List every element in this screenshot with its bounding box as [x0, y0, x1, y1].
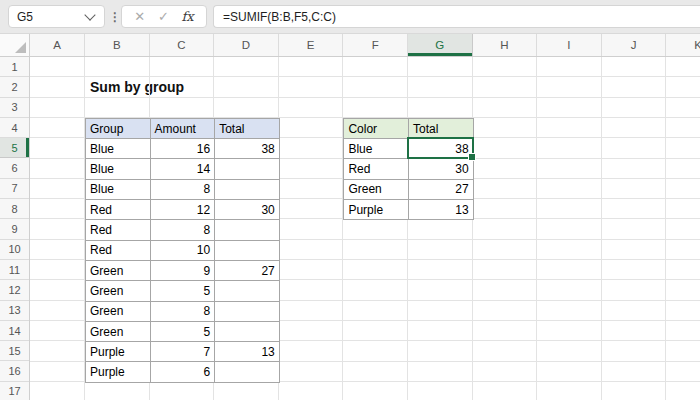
group-amount-table: GroupAmountTotalBlue1638Blue14Blue8Red12… [85, 118, 280, 383]
cell[interactable]: 13 [409, 200, 474, 220]
cell[interactable]: Red [86, 241, 151, 261]
cell[interactable]: 13 [215, 342, 280, 362]
cell[interactable]: Red [86, 200, 151, 220]
cell[interactable]: Purple [344, 200, 409, 220]
cell[interactable]: Red [86, 220, 151, 240]
cell[interactable]: 30 [409, 159, 474, 179]
cell[interactable] [215, 281, 280, 301]
cell[interactable]: 8 [151, 302, 216, 322]
cancel-icon[interactable]: ✕ [134, 10, 145, 23]
enter-icon[interactable]: ✓ [158, 10, 169, 23]
column-header-F[interactable]: F [343, 34, 408, 56]
cell[interactable]: Red [344, 159, 409, 179]
column-header-H[interactable]: H [473, 34, 538, 56]
gridline [407, 57, 408, 400]
cell[interactable]: 8 [151, 180, 216, 200]
row-header-10[interactable]: 10 [0, 240, 29, 260]
cell[interactable]: Green [86, 322, 151, 342]
row-headers: 1234567891011121314151617 [0, 57, 30, 400]
cell[interactable]: Purple [86, 342, 151, 362]
group-amount-table-header-amount[interactable]: Amount [151, 119, 216, 139]
cell[interactable]: Green [86, 281, 151, 301]
select-all-corner[interactable] [0, 34, 30, 57]
fill-handle[interactable] [468, 153, 476, 161]
row-header-12[interactable]: 12 [0, 280, 29, 300]
row-header-14[interactable]: 14 [0, 321, 29, 341]
cell[interactable]: Purple [86, 362, 151, 382]
row-header-8[interactable]: 8 [0, 199, 29, 219]
cell[interactable]: 8 [151, 220, 216, 240]
cell[interactable]: Blue [344, 139, 409, 159]
row-header-6[interactable]: 6 [0, 158, 29, 178]
gridline [342, 57, 343, 400]
formula-input[interactable]: =SUMIF(B:B,F5,C:C) [213, 5, 700, 28]
column-header-C[interactable]: C [150, 34, 215, 56]
cell[interactable] [215, 302, 280, 322]
column-header-B[interactable]: B [85, 34, 150, 56]
cell[interactable]: 14 [151, 159, 216, 179]
cell[interactable] [215, 362, 280, 382]
row-header-9[interactable]: 9 [0, 219, 29, 239]
row-header-1[interactable]: 1 [0, 57, 29, 77]
column-header-A[interactable]: A [30, 34, 85, 56]
formula-buttons: ✕ ✓ fx [121, 5, 207, 28]
cell[interactable]: 5 [151, 281, 216, 301]
chevron-down-icon[interactable] [84, 9, 95, 20]
cell[interactable] [215, 241, 280, 261]
cell[interactable]: 16 [151, 139, 216, 159]
column-header-D[interactable]: D [214, 34, 279, 56]
cell[interactable]: 38 [409, 139, 474, 159]
cell[interactable]: 6 [151, 362, 216, 382]
gridline [665, 57, 666, 400]
cell[interactable] [215, 180, 280, 200]
cell-grid[interactable]: Sum by group GroupAmountTotalBlue1638Blu… [30, 57, 700, 400]
name-box[interactable]: G5 [8, 5, 105, 28]
cell[interactable]: 9 [151, 261, 216, 281]
cell[interactable]: Green [344, 180, 409, 200]
cell[interactable]: 5 [151, 322, 216, 342]
name-box-value: G5 [9, 10, 86, 24]
row-header-16[interactable]: 16 [0, 361, 29, 381]
gridline [30, 97, 700, 98]
cell[interactable]: 38 [215, 139, 280, 159]
sheet-title-cell[interactable]: Sum by group [90, 77, 184, 97]
column-header-J[interactable]: J [602, 34, 667, 56]
cell[interactable]: 27 [215, 261, 280, 281]
worksheet: ABCDEFGHIJK 1234567891011121314151617 Su… [0, 34, 700, 400]
cell[interactable]: Blue [86, 180, 151, 200]
cell[interactable]: 10 [151, 241, 216, 261]
column-header-I[interactable]: I [537, 34, 602, 56]
gridline [601, 57, 602, 400]
cell[interactable]: Green [86, 302, 151, 322]
cell[interactable]: 12 [151, 200, 216, 220]
row-header-13[interactable]: 13 [0, 301, 29, 321]
cell[interactable]: Green [86, 261, 151, 281]
column-header-G[interactable]: G [408, 34, 473, 56]
more-options-dots-icon[interactable]: ⋮ [109, 5, 121, 28]
color-total-table: ColorTotalBlue38Red30Green27Purple13 [343, 118, 473, 220]
row-header-15[interactable]: 15 [0, 341, 29, 361]
cell[interactable]: 30 [215, 200, 280, 220]
formula-bar: G5 ⋮ ✕ ✓ fx =SUMIF(B:B,F5,C:C) [0, 0, 700, 34]
group-amount-table-header-group[interactable]: Group [86, 119, 151, 139]
row-header-3[interactable]: 3 [0, 98, 29, 118]
cell[interactable]: Blue [86, 159, 151, 179]
cell[interactable] [215, 322, 280, 342]
column-header-K[interactable]: K [666, 34, 700, 56]
insert-function-icon[interactable]: fx [181, 9, 193, 24]
cell[interactable]: 27 [409, 180, 474, 200]
row-header-17[interactable]: 17 [0, 382, 29, 400]
row-header-11[interactable]: 11 [0, 260, 29, 280]
cell[interactable]: 7 [151, 342, 216, 362]
column-header-E[interactable]: E [279, 34, 344, 56]
row-header-5[interactable]: 5 [0, 138, 29, 158]
color-total-table-header-color[interactable]: Color [344, 119, 409, 139]
group-amount-table-header-total[interactable]: Total [215, 119, 280, 139]
cell[interactable] [215, 159, 280, 179]
row-header-4[interactable]: 4 [0, 118, 29, 138]
row-header-2[interactable]: 2 [0, 77, 29, 97]
cell[interactable]: Blue [86, 139, 151, 159]
row-header-7[interactable]: 7 [0, 179, 29, 199]
cell[interactable] [215, 220, 280, 240]
color-total-table-header-total[interactable]: Total [409, 119, 474, 139]
